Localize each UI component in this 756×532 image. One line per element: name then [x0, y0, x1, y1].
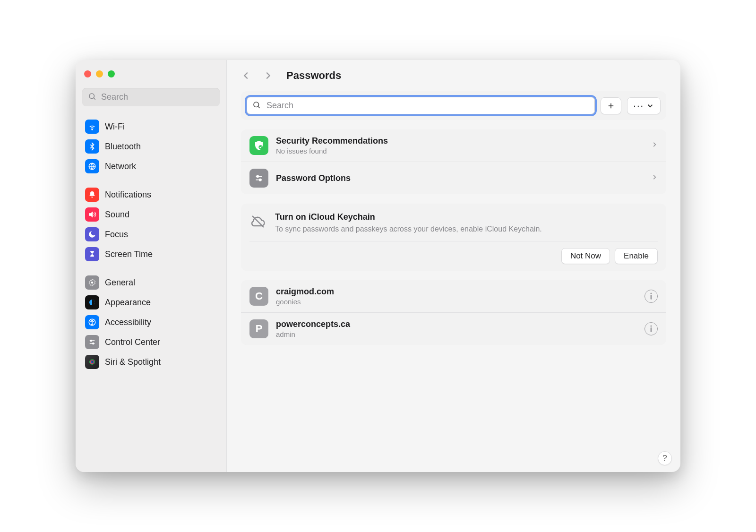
site-monogram: P — [249, 319, 268, 338]
help-button[interactable]: ? — [658, 451, 672, 465]
entry-username: goonies — [276, 298, 637, 306]
row-body: Security Recommendations No issues found — [276, 136, 644, 155]
sidebar-item-general[interactable]: General — [82, 273, 220, 292]
sidebar-item-label: General — [105, 278, 135, 288]
sidebar-item-accessibility[interactable]: Accessibility — [82, 312, 220, 332]
svg-rect-26 — [651, 295, 652, 300]
svg-point-25 — [650, 292, 652, 294]
svg-point-21 — [257, 175, 258, 177]
site-monogram: C — [249, 287, 268, 306]
enable-button[interactable]: Enable — [615, 248, 658, 264]
sidebar-item-notifications[interactable]: Notifications — [82, 185, 220, 205]
search-icon — [252, 101, 261, 111]
svg-point-11 — [93, 343, 94, 344]
password-options-row[interactable]: Password Options — [241, 162, 666, 194]
sidebar-item-network[interactable]: Network — [82, 156, 220, 176]
wifi-icon — [85, 120, 99, 134]
sidebar-item-label: Siri & Spotlight — [105, 357, 161, 367]
entry-site: powerconcepts.ca — [276, 319, 637, 329]
sidebar-item-label: Accessibility — [105, 317, 151, 327]
password-entries: C craigmod.com goonies P powerconcepts.c… — [241, 280, 666, 345]
sidebar-item-siri[interactable]: Siri & Spotlight — [82, 352, 220, 372]
security-section: Security Recommendations No issues found… — [241, 129, 666, 194]
sidebar-item-label: Sound — [105, 210, 129, 220]
speaker-icon — [85, 207, 99, 222]
svg-line-1 — [94, 98, 95, 99]
svg-point-2 — [92, 129, 93, 130]
keychain-subtitle: To sync passwords and passkeys across yo… — [275, 224, 542, 234]
password-options-title: Password Options — [276, 173, 644, 183]
ellipsis-icon: ··· — [633, 100, 644, 111]
content: ··· Security Recommendations No issues f… — [227, 86, 680, 359]
security-recommendations-subtitle: No issues found — [276, 147, 644, 155]
sidebar-group: Wi-Fi Bluetooth Network — [82, 117, 220, 176]
not-now-button[interactable]: Not Now — [561, 248, 610, 264]
sidebar-group: General Appearance Accessibility Control… — [82, 273, 220, 372]
security-recommendations-title: Security Recommendations — [276, 136, 644, 146]
entry-site: craigmod.com — [276, 287, 637, 297]
keychain-message: Turn on iCloud Keychain To sync password… — [275, 212, 542, 234]
appearance-icon — [85, 295, 99, 309]
svg-point-27 — [650, 325, 652, 326]
passwords-search-field[interactable] — [247, 97, 595, 114]
sidebar-item-wifi[interactable]: Wi-Fi — [82, 117, 220, 137]
svg-point-7 — [92, 320, 93, 321]
globe-icon — [85, 159, 99, 173]
hourglass-icon — [85, 247, 99, 261]
sidebar-item-sound[interactable]: Sound — [82, 205, 220, 224]
more-options-button[interactable]: ··· — [627, 97, 661, 114]
passwords-search-input[interactable] — [266, 100, 589, 111]
minimize-button[interactable] — [96, 70, 103, 77]
siri-icon — [85, 355, 99, 369]
fullscreen-button[interactable] — [108, 70, 115, 77]
svg-point-0 — [89, 94, 94, 99]
sidebar-search[interactable] — [82, 88, 220, 106]
entry-username: admin — [276, 330, 637, 338]
add-password-button[interactable] — [601, 97, 621, 114]
sidebar-item-label: Network — [105, 162, 136, 172]
sidebar-item-label: Appearance — [105, 298, 151, 308]
sliders-icon — [249, 169, 268, 188]
svg-point-15 — [254, 102, 259, 107]
keychain-actions: Not Now Enable — [249, 241, 658, 264]
password-entry-row[interactable]: C craigmod.com goonies — [241, 280, 666, 312]
sidebar-search-input[interactable] — [100, 92, 214, 103]
sidebar-group: Notifications Sound Focus Screen Time — [82, 185, 220, 264]
info-button[interactable] — [644, 290, 658, 303]
close-button[interactable] — [84, 70, 91, 77]
svg-point-23 — [259, 179, 261, 181]
sliders-icon — [85, 335, 99, 349]
info-button[interactable] — [644, 322, 658, 335]
chevron-right-icon — [651, 174, 658, 182]
forward-button[interactable] — [263, 70, 273, 81]
sidebar-item-label: Control Center — [105, 337, 160, 347]
svg-rect-28 — [651, 327, 652, 332]
back-button[interactable] — [241, 70, 251, 81]
sidebar-item-label: Notifications — [105, 190, 151, 200]
sidebar-item-bluetooth[interactable]: Bluetooth — [82, 137, 220, 156]
row-body: craigmod.com goonies — [276, 287, 637, 306]
sidebar-item-controlcenter[interactable]: Control Center — [82, 332, 220, 352]
password-entry-row[interactable]: P powerconcepts.ca admin — [241, 312, 666, 345]
bell-icon — [85, 188, 99, 202]
bluetooth-icon — [85, 139, 99, 154]
sidebar-item-focus[interactable]: Focus — [82, 224, 220, 244]
sidebar-item-screentime[interactable]: Screen Time — [82, 244, 220, 264]
sidebar-item-appearance[interactable]: Appearance — [82, 292, 220, 312]
svg-point-4 — [91, 282, 94, 284]
svg-line-16 — [258, 106, 259, 108]
sidebar: Wi-Fi Bluetooth Network Notific — [76, 60, 227, 472]
chevron-right-icon — [651, 141, 658, 150]
sidebar-item-label: Wi-Fi — [105, 122, 125, 132]
security-recommendations-row[interactable]: Security Recommendations No issues found — [241, 129, 666, 162]
svg-point-14 — [91, 361, 94, 363]
settings-window: Wi-Fi Bluetooth Network Notific — [76, 60, 680, 472]
main-pane: Passwords ··· — [227, 60, 680, 472]
shield-check-icon — [249, 136, 268, 155]
passwords-search-bar: ··· — [241, 91, 666, 120]
accessibility-icon — [85, 315, 99, 329]
sidebar-item-label: Screen Time — [105, 249, 153, 259]
icloud-keychain-card: Turn on iCloud Keychain To sync password… — [241, 204, 666, 271]
sidebar-item-label: Bluetooth — [105, 142, 141, 152]
window-controls — [82, 69, 220, 88]
